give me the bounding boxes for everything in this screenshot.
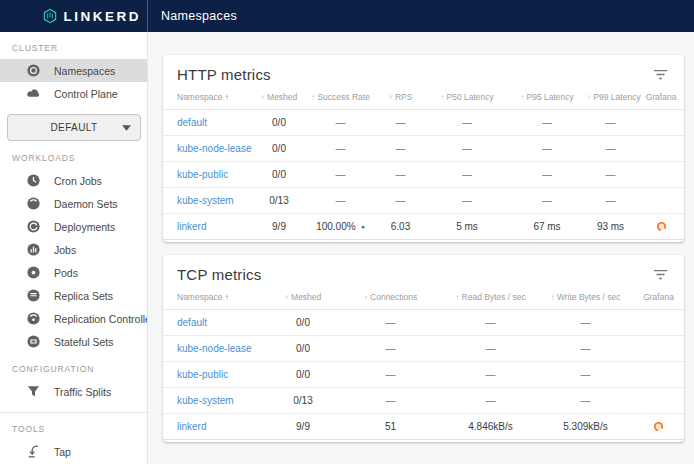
namespace-link[interactable]: kube-public bbox=[177, 369, 228, 380]
cell-value: 93 ms bbox=[597, 221, 624, 232]
column-header-connections[interactable]: ↑ Connections bbox=[338, 286, 443, 310]
sort-arrow-icon: ↑ bbox=[261, 93, 265, 102]
linkerd-logo[interactable]: LINKERD bbox=[0, 0, 148, 32]
cell-value: 4.846kB/s bbox=[468, 421, 512, 432]
cell-value: — bbox=[486, 395, 496, 406]
table-header-row: Namespace ↑↑ Meshed↑ Success Rate↑ RPS↑ … bbox=[163, 86, 684, 110]
table-row: kube-system0/13————— bbox=[163, 188, 684, 214]
cell-value: — bbox=[606, 195, 616, 206]
grafana-cell bbox=[633, 388, 684, 414]
http-filter-button[interactable] bbox=[650, 64, 670, 84]
namespace-cell: kube-public bbox=[163, 362, 268, 388]
cell-p50: 5 ms bbox=[423, 214, 511, 240]
grafana-cell bbox=[633, 310, 684, 336]
namespace-link[interactable]: kube-system bbox=[177, 195, 234, 206]
sidebar-item-traffic-splits[interactable]: Traffic Splits bbox=[0, 380, 147, 403]
column-header-meshed[interactable]: ↑ Meshed bbox=[268, 286, 338, 310]
cell-value: 9/9 bbox=[272, 221, 286, 232]
column-header-p99[interactable]: ↑ P99 Latency bbox=[583, 86, 638, 110]
page-title: Namespaces bbox=[161, 9, 237, 23]
filter-icon bbox=[652, 266, 668, 282]
cell-rps: 6.03 bbox=[378, 214, 423, 240]
column-header-rps[interactable]: ↑ RPS bbox=[378, 86, 423, 110]
cell-success_rate: — bbox=[303, 110, 378, 136]
namespace-link[interactable]: linkerd bbox=[177, 421, 206, 432]
sidebar-item-replica-sets[interactable]: Replica Sets bbox=[0, 284, 147, 307]
cell-value: — bbox=[606, 117, 616, 128]
cell-rps: — bbox=[378, 188, 423, 214]
cell-value: 0/0 bbox=[296, 317, 310, 328]
namespace-link[interactable]: kube-public bbox=[177, 169, 228, 180]
sidebar-item-replication-controllers[interactable]: Replication Controllers bbox=[0, 307, 147, 330]
sidebar-item-pods[interactable]: Pods bbox=[0, 261, 147, 284]
cell-value: — bbox=[462, 143, 472, 154]
sidebar-item-tap[interactable]: Tap bbox=[0, 440, 147, 463]
cell-value: 0/0 bbox=[296, 369, 310, 380]
sidebar-item-deployments[interactable]: Deployments bbox=[0, 215, 147, 238]
sidebar-item-namespaces[interactable]: Namespaces bbox=[0, 59, 147, 82]
cell-value: 0/0 bbox=[272, 143, 286, 154]
success-dot-icon: ● bbox=[361, 223, 365, 230]
tap-icon bbox=[25, 444, 41, 460]
namespace-link[interactable]: linkerd bbox=[177, 221, 206, 232]
cell-value: — bbox=[486, 369, 496, 380]
sidebar-item-stateful-sets[interactable]: Stateful Sets bbox=[0, 330, 147, 353]
sort-arrow-icon: ↑ bbox=[455, 293, 459, 302]
sidebar-item-label: Jobs bbox=[54, 244, 76, 256]
column-header-success_rate[interactable]: ↑ Success Rate bbox=[303, 86, 378, 110]
linkerd-logo-icon bbox=[42, 8, 58, 24]
cell-read_bytes: — bbox=[443, 388, 538, 414]
column-label: RPS bbox=[395, 92, 412, 102]
sidebar-item-control-plane[interactable]: Control Plane bbox=[0, 82, 147, 105]
cell-p95: — bbox=[511, 188, 583, 214]
cell-value: 100.00% bbox=[316, 221, 355, 232]
cell-success_rate: 100.00%● bbox=[303, 214, 378, 240]
grafana-icon[interactable] bbox=[651, 418, 667, 434]
column-label: P99 Latency bbox=[593, 92, 640, 102]
cell-value: — bbox=[386, 369, 396, 380]
table-header-row: Namespace ↑↑ Meshed↑ Connections↑ Read B… bbox=[163, 286, 684, 310]
cell-write_bytes: — bbox=[538, 310, 633, 336]
sort-arrow-icon: ↑ bbox=[440, 93, 444, 102]
section-items-cluster: NamespacesControl Plane bbox=[0, 59, 147, 105]
namespace-link[interactable]: kube-node-lease bbox=[177, 143, 252, 154]
cell-value: — bbox=[396, 195, 406, 206]
namespace-selector[interactable]: DEFAULT bbox=[7, 114, 141, 141]
grafana-cell bbox=[638, 214, 684, 240]
cell-value: — bbox=[462, 195, 472, 206]
namespace-link[interactable]: kube-node-lease bbox=[177, 343, 252, 354]
column-label: Meshed bbox=[267, 92, 297, 102]
cell-p99: — bbox=[583, 136, 638, 162]
filter-icon bbox=[652, 66, 668, 82]
tcp-filter-button[interactable] bbox=[650, 264, 670, 284]
grafana-icon[interactable] bbox=[653, 218, 669, 234]
sidebar-item-cron-jobs[interactable]: Cron Jobs bbox=[0, 169, 147, 192]
column-header-namespace[interactable]: Namespace ↑ bbox=[163, 286, 268, 310]
traffic-splits-icon bbox=[25, 384, 41, 400]
namespace-link[interactable]: kube-system bbox=[177, 395, 234, 406]
column-header-read_bytes[interactable]: ↑ Read Bytes / sec bbox=[443, 286, 538, 310]
sidebar-item-jobs[interactable]: Jobs bbox=[0, 238, 147, 261]
grafana-cell bbox=[638, 136, 684, 162]
column-header-p50[interactable]: ↑ P50 Latency bbox=[423, 86, 511, 110]
namespace-cell: default bbox=[163, 310, 268, 336]
namespace-cell: kube-system bbox=[163, 188, 255, 214]
cell-value: — bbox=[462, 169, 472, 180]
column-header-write_bytes[interactable]: ↑ Write Bytes / sec bbox=[538, 286, 633, 310]
column-header-namespace[interactable]: Namespace ↑ bbox=[163, 86, 255, 110]
column-header-p95[interactable]: ↑ P95 Latency bbox=[511, 86, 583, 110]
sidebar-item-daemon-sets[interactable]: Daemon Sets bbox=[0, 192, 147, 215]
sort-arrow-icon: ↑ bbox=[587, 93, 591, 102]
cell-read_bytes: — bbox=[443, 310, 538, 336]
cell-meshed: 0/0 bbox=[255, 136, 303, 162]
namespace-link[interactable]: default bbox=[177, 317, 207, 328]
http-metrics-card: HTTP metrics Namespace ↑↑ Meshed↑ Succes… bbox=[163, 55, 684, 242]
cell-meshed: 0/0 bbox=[255, 162, 303, 188]
sort-arrow-icon: ↑ bbox=[225, 293, 229, 302]
column-header-meshed[interactable]: ↑ Meshed bbox=[255, 86, 303, 110]
cell-p50: — bbox=[423, 162, 511, 188]
namespace-link[interactable]: default bbox=[177, 117, 207, 128]
cell-value: — bbox=[462, 117, 472, 128]
cell-value: 0/0 bbox=[296, 343, 310, 354]
cell-write_bytes: 5.309kB/s bbox=[538, 414, 633, 440]
